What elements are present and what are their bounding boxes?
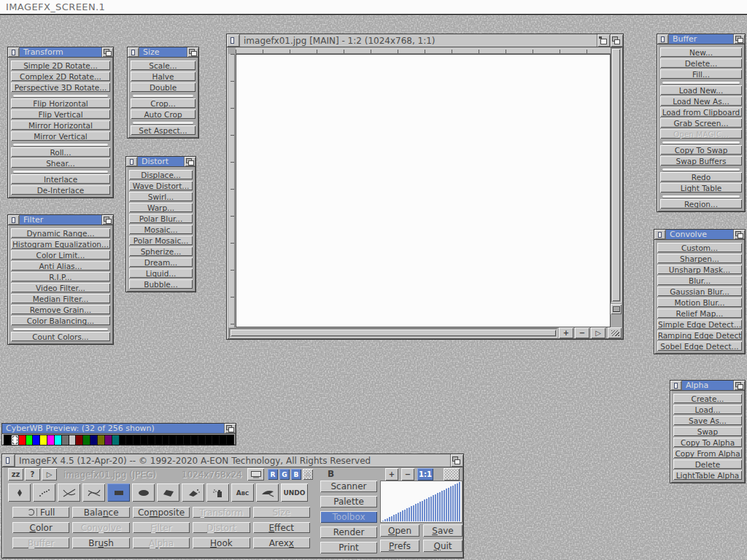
palette-button[interactable]: Double	[131, 82, 196, 92]
palette-button[interactable]: Create...	[673, 394, 742, 403]
palette-button[interactable]: Median Filter...	[11, 294, 110, 303]
color-swatch[interactable]	[76, 435, 82, 445]
palette-button[interactable]: Redo	[660, 172, 742, 182]
color-swatch[interactable]	[12, 435, 18, 445]
palette-button[interactable]: Histogram Equalization...	[11, 239, 110, 249]
palette-button[interactable]: Warp...	[129, 203, 193, 212]
palette-button[interactable]: Flip Horizontal	[11, 98, 110, 108]
palette-button[interactable]: Save As...	[673, 416, 742, 425]
hook-button[interactable]: Hook	[193, 537, 249, 548]
color-swatch[interactable]	[4, 435, 11, 445]
palette-button[interactable]: Complex 2D Rotate...	[11, 71, 110, 81]
close-gadget[interactable]	[2, 454, 15, 467]
palette-button[interactable]: Dream...	[129, 257, 193, 267]
palette-button[interactable]: Swap Buffers	[660, 156, 742, 166]
alpha-titlebar[interactable]: Alpha	[670, 381, 745, 391]
palette-button[interactable]: Mirror Horizontal	[11, 120, 110, 130]
freehand-tool-button[interactable]	[33, 483, 55, 502]
alpha-channel-button[interactable]: A	[303, 469, 313, 480]
polygon-tool-button[interactable]	[157, 483, 179, 502]
palette-button[interactable]: Color Balancing...	[11, 316, 110, 325]
depth-gadget[interactable]	[733, 230, 745, 239]
red-channel-button[interactable]: R	[268, 469, 278, 480]
color-swatch[interactable]	[220, 435, 226, 445]
color-swatch[interactable]	[69, 435, 76, 445]
palette-button[interactable]: Fill...	[660, 69, 742, 79]
distort-titlebar[interactable]: Distort	[126, 157, 196, 167]
color-button[interactable]: Color	[12, 522, 69, 533]
color-swatch[interactable]	[126, 435, 133, 445]
balance-button[interactable]: Balance	[72, 507, 129, 518]
box-tool-button[interactable]	[107, 483, 130, 502]
depth-gadget[interactable]	[224, 424, 236, 433]
color-swatch[interactable]	[148, 435, 155, 445]
color-swatch[interactable]	[184, 435, 190, 445]
color-swatch[interactable]	[26, 435, 33, 445]
distort-button[interactable]: Distort	[193, 522, 249, 533]
palette-button[interactable]: Halve	[131, 71, 196, 81]
palette-button[interactable]: Blur...	[657, 276, 742, 285]
palette-button[interactable]: Gaussian Blur...	[657, 287, 742, 296]
palette-button[interactable]: Spherize...	[129, 246, 193, 256]
depth-gadget[interactable]	[610, 34, 623, 47]
color-swatch[interactable]	[112, 435, 119, 445]
resize-corner[interactable]	[608, 327, 622, 338]
palette-button[interactable]: Custom...	[657, 243, 742, 252]
transform-titlebar[interactable]: Transform	[8, 47, 113, 58]
mode-scanner-button[interactable]: Scanner	[320, 481, 377, 492]
color-swatch[interactable]	[98, 435, 104, 445]
close-gadget[interactable]	[128, 47, 139, 57]
close-gadget[interactable]	[657, 34, 669, 44]
size-button[interactable]: Size	[253, 507, 310, 518]
palette-button[interactable]: Open MAGIC...	[660, 129, 742, 139]
color-swatch[interactable]	[163, 435, 169, 445]
palette-button[interactable]: Load...	[673, 405, 742, 414]
palette-button[interactable]: Load New As...	[660, 96, 742, 106]
airbrush-tool-button[interactable]	[206, 483, 229, 502]
convolve-titlebar[interactable]: Convolve	[654, 230, 745, 240]
palette-button[interactable]: Sharpen...	[657, 254, 742, 263]
palette-button[interactable]: Remove Grain...	[11, 305, 110, 314]
buffer-titlebar[interactable]: Buffer	[657, 34, 745, 44]
color-swatch[interactable]	[177, 435, 183, 445]
filter-titlebar[interactable]: Filter	[8, 215, 113, 225]
point-tool-button[interactable]	[8, 483, 31, 502]
color-swatch[interactable]	[206, 435, 212, 445]
palette-button[interactable]: Delete...	[660, 58, 742, 68]
close-gadget[interactable]	[8, 215, 20, 225]
palette-button[interactable]: Bubble...	[129, 279, 193, 289]
palette-button[interactable]: Polar Blur...	[129, 214, 193, 223]
depth-gadget[interactable]	[184, 157, 196, 166]
line-tool-button[interactable]	[58, 483, 80, 502]
view-zoom-in-button[interactable]: +	[385, 468, 398, 481]
color-swatch[interactable]	[105, 435, 112, 445]
zoom-in-button[interactable]: +	[559, 327, 573, 338]
depth-gadget[interactable]	[733, 34, 745, 44]
depth-gadget[interactable]	[101, 47, 113, 57]
color-swatch[interactable]	[62, 435, 69, 445]
arexx-button[interactable]: Arexx	[253, 537, 310, 548]
dither-button[interactable]	[444, 468, 460, 481]
zoom-gadget[interactable]	[597, 34, 610, 47]
palette-button[interactable]: Video Filter...	[11, 283, 110, 292]
palette-button[interactable]: Light Table	[660, 183, 742, 192]
close-gadget[interactable]	[670, 381, 682, 390]
full-button[interactable]: Full	[12, 507, 69, 518]
blue-channel-button[interactable]: B	[291, 469, 301, 480]
palette-button[interactable]: Mirror Vertical	[11, 131, 110, 141]
palette-button[interactable]: Copy From Alpha	[673, 448, 742, 458]
macro-play-button[interactable]: ▷	[42, 468, 57, 481]
palette-button[interactable]: Shear...	[11, 158, 110, 168]
palette-button[interactable]: Grab Screen...	[660, 118, 742, 128]
color-swatch[interactable]	[141, 435, 147, 445]
palette-button[interactable]: Load New...	[660, 85, 742, 95]
color-swatch[interactable]	[191, 435, 198, 445]
palette-button[interactable]: Interlace	[11, 174, 110, 184]
depth-gadget[interactable]	[101, 215, 113, 225]
palette-button[interactable]: Count Colors...	[11, 332, 110, 341]
color-swatch[interactable]	[198, 435, 205, 445]
mode-palette-button[interactable]: Palette	[320, 496, 377, 508]
curve-tool-button[interactable]	[82, 483, 105, 502]
palette-button[interactable]: Polar Mosaic...	[129, 236, 193, 245]
green-channel-button[interactable]: G	[279, 469, 290, 480]
